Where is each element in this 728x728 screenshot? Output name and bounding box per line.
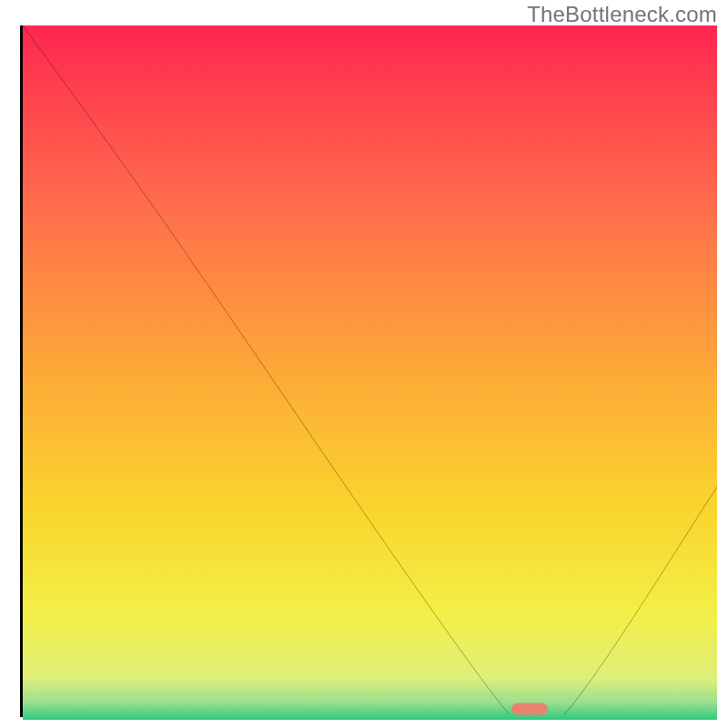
plot-area [20, 25, 717, 717]
watermark-text: TheBottleneck.com [527, 2, 717, 27]
bottleneck-curve [23, 25, 717, 714]
optimal-marker [511, 703, 548, 715]
chart-container: TheBottleneck.com [0, 0, 728, 728]
